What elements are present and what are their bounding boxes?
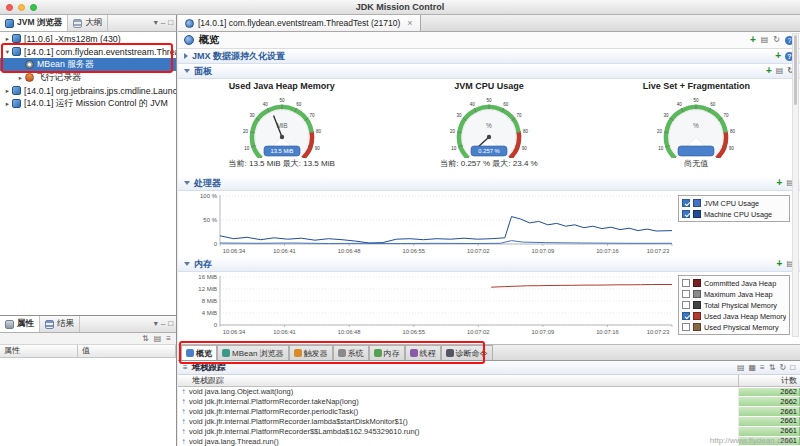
tab-memory[interactable]: 内存 bbox=[369, 345, 405, 360]
checkbox-icon[interactable] bbox=[682, 323, 690, 331]
legend-item-used-physical[interactable]: Used Physical Memory bbox=[682, 322, 786, 332]
refresh-icon[interactable]: ↻ bbox=[773, 36, 780, 44]
minimize-view-icon[interactable]: – bbox=[161, 320, 165, 328]
tab-system[interactable]: 系统 bbox=[333, 345, 369, 360]
sidebar-view-tabs: JVM 浏览器 大纲 ▾ – □ bbox=[0, 15, 176, 32]
tab-jvm-browser[interactable]: JVM 浏览器 bbox=[0, 15, 68, 31]
section-processor[interactable]: 处理器 + ▤ bbox=[178, 176, 800, 191]
tree-item-label: [14.0.1] 运行 Mission Control 的 JVM bbox=[24, 98, 168, 110]
collapse-section-icon[interactable] bbox=[184, 181, 190, 185]
maximize-view-icon[interactable]: □ bbox=[168, 320, 173, 328]
legend-item-used-heap[interactable]: Used Java Heap Memory bbox=[682, 311, 786, 321]
sort-icon[interactable]: ⇅ bbox=[142, 335, 149, 343]
tab-diagnostic-commands[interactable]: 诊断命令 bbox=[441, 345, 493, 360]
tree-item-mission-control-jvm[interactable]: ▸ [14.0.1] 运行 Mission Control 的 JVM bbox=[0, 97, 176, 110]
count-value: 2662 bbox=[780, 397, 797, 407]
count-cell: 2662 bbox=[738, 387, 800, 397]
svg-text:10:06:34: 10:06:34 bbox=[223, 248, 246, 254]
tab-mbean-browser[interactable]: MBean 浏览器 bbox=[217, 345, 289, 360]
stacktrace-row[interactable]: ↑ void jdk.jfr.internal.PlatformRecorder… bbox=[178, 426, 800, 436]
minimize-view-icon[interactable]: – bbox=[161, 19, 165, 27]
frame-arrow-icon: ↑ bbox=[178, 437, 189, 446]
count-cell: 2662 bbox=[738, 397, 800, 407]
collapse-section-icon[interactable] bbox=[184, 69, 190, 73]
gauge-status: 当前: 0.257 % 最大: 23.4 % bbox=[385, 158, 592, 168]
collapse-icon[interactable]: ▾ bbox=[3, 48, 12, 56]
section-dashboard[interactable]: 面板 + ▤ ↻ bbox=[178, 64, 800, 79]
editor-area: [14.0.1] com.flydean.eventstream.ThreadT… bbox=[178, 15, 800, 446]
checkbox-icon[interactable] bbox=[682, 210, 690, 218]
tab-threads[interactable]: 线程 bbox=[405, 345, 441, 360]
expand-icon[interactable]: ▸ bbox=[3, 35, 12, 43]
table-view-icon[interactable]: ▤ bbox=[737, 364, 745, 372]
add-gauge-icon[interactable]: + bbox=[766, 66, 772, 76]
stacktrace-row[interactable]: ↑ void java.lang.Thread.run() 2661 bbox=[178, 436, 800, 446]
checkbox-icon[interactable] bbox=[682, 279, 690, 287]
minimize-window-button[interactable] bbox=[18, 4, 25, 11]
stacktrace-row[interactable]: ↑ void jdk.jfr.internal.PlatformRecorder… bbox=[178, 407, 800, 417]
count-cell: 2661 bbox=[738, 416, 800, 426]
stacktrace-row[interactable]: ↑ void jdk.jfr.internal.PlatformRecorder… bbox=[178, 397, 800, 407]
scrollbar-thumb[interactable] bbox=[794, 35, 797, 105]
svg-text:10:07:23: 10:07:23 bbox=[647, 248, 670, 254]
tab-results[interactable]: 结果 bbox=[40, 316, 80, 332]
stacktrace-row[interactable]: ↑ void jdk.jfr.internal.PlatformRecorder… bbox=[178, 416, 800, 426]
svg-text:8 MiB: 8 MiB bbox=[202, 298, 217, 304]
tab-properties[interactable]: 属性 bbox=[0, 316, 40, 332]
svg-text:80: 80 bbox=[523, 129, 529, 134]
tree-item-label: [14.0.1] com.flydean.eventstream.ThreadT… bbox=[24, 47, 176, 57]
tab-triggers[interactable]: 触发器 bbox=[289, 345, 333, 360]
column-header-value[interactable]: 值 bbox=[78, 345, 176, 357]
add-series-icon[interactable]: + bbox=[777, 259, 783, 269]
close-tab-icon[interactable]: × bbox=[407, 18, 412, 28]
add-icon[interactable]: + bbox=[775, 51, 781, 61]
tree-item-launcher[interactable]: ▸ [14.0.1] org.jetbrains.jps.cmdline.Lau… bbox=[0, 84, 176, 97]
checkbox-icon[interactable] bbox=[682, 290, 690, 298]
tree-view-icon[interactable]: ▦ bbox=[749, 364, 757, 372]
checkbox-icon[interactable] bbox=[682, 301, 690, 309]
close-window-button[interactable] bbox=[6, 4, 13, 11]
expand-section-icon[interactable] bbox=[184, 53, 188, 59]
section-jmx-settings[interactable]: JMX 数据源持久化设置 + ? bbox=[178, 49, 800, 64]
collapse-section-icon[interactable] bbox=[184, 262, 190, 266]
legend-item-machine-cpu[interactable]: Machine CPU Usage bbox=[682, 209, 786, 219]
checkbox-icon[interactable] bbox=[682, 199, 690, 207]
view-menu-icon[interactable]: ▾ bbox=[154, 19, 158, 27]
add-series-icon[interactable]: + bbox=[777, 178, 783, 188]
tree-item-jvm-11[interactable]: ▸ [11.0.6] -Xms128m (430) bbox=[0, 32, 176, 45]
table-mode-icon[interactable]: ▤ bbox=[154, 335, 162, 343]
add-chart-icon[interactable]: + bbox=[750, 35, 756, 45]
stacktrace-row[interactable]: ↑ void java.lang.Object.wait(long) 2662 bbox=[178, 387, 800, 397]
column-header-property[interactable]: 属性 bbox=[0, 345, 78, 357]
zoom-window-button[interactable] bbox=[30, 4, 37, 11]
checkbox-icon[interactable] bbox=[682, 312, 690, 320]
tree-item-flight-recorder[interactable]: ▸ 飞行记录器 bbox=[0, 71, 176, 84]
layout-icon[interactable]: ▤ bbox=[761, 36, 769, 44]
menu-icon[interactable]: ≡ bbox=[166, 335, 171, 343]
column-header-count[interactable]: 计数 bbox=[738, 375, 800, 386]
tree-item-threadtest[interactable]: ▾ [14.0.1] com.flydean.eventstream.Threa… bbox=[0, 45, 176, 58]
expand-icon[interactable]: ▸ bbox=[16, 74, 25, 82]
expand-icon[interactable]: ▸ bbox=[3, 100, 12, 108]
maximize-view-icon[interactable]: □ bbox=[790, 364, 795, 372]
legend-item-jvm-cpu[interactable]: JVM CPU Usage bbox=[682, 198, 786, 208]
tab-overview[interactable]: 概览 bbox=[181, 345, 217, 360]
legend-item-committed-heap[interactable]: Committed Java Heap bbox=[682, 278, 786, 288]
section-memory[interactable]: 内存 + ▤ bbox=[178, 257, 800, 272]
edit-icon[interactable]: ▤ bbox=[776, 67, 784, 75]
svg-text:80: 80 bbox=[730, 129, 736, 134]
view-menu-icon[interactable]: ▾ bbox=[154, 320, 158, 328]
column-header-stacktrace[interactable]: 堆栈跟踪 bbox=[178, 375, 738, 386]
refresh-icon[interactable]: ↻ bbox=[779, 364, 786, 372]
sort-icon[interactable]: ⇅ bbox=[769, 364, 776, 372]
expand-icon[interactable]: ▸ bbox=[3, 87, 12, 95]
editor-tab-threadtest[interactable]: [14.0.1] com.flydean.eventstream.ThreadT… bbox=[178, 15, 421, 31]
tab-outline[interactable]: 大纲 bbox=[68, 15, 108, 31]
vertical-scrollbar[interactable] bbox=[792, 33, 799, 337]
group-icon[interactable]: ≡ bbox=[760, 364, 765, 372]
maximize-view-icon[interactable]: □ bbox=[168, 19, 173, 27]
legend-item-max-heap[interactable]: Maximum Java Heap bbox=[682, 289, 786, 299]
tree-item-mbean-server[interactable]: MBean 服务器 bbox=[0, 58, 176, 71]
tab-results-label: 结果 bbox=[57, 318, 74, 330]
legend-item-total-physical[interactable]: Total Physical Memory bbox=[682, 300, 786, 310]
